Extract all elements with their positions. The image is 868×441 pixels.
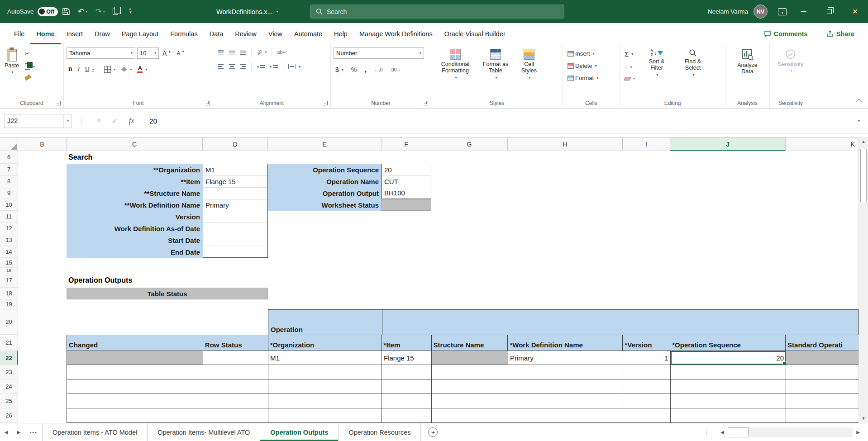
cancel-entry-icon[interactable]: × xyxy=(91,117,106,125)
sheet-nav-left-icon[interactable]: ◀ xyxy=(0,423,13,441)
empty-cell[interactable] xyxy=(508,365,623,379)
tab-automate[interactable]: Automate xyxy=(288,23,328,44)
worksheet-status-cell[interactable] xyxy=(382,199,431,211)
minimize-button[interactable]: ─ xyxy=(791,0,816,23)
empty-cell[interactable] xyxy=(382,379,432,394)
close-button[interactable]: × xyxy=(842,0,868,23)
empty-cell[interactable] xyxy=(268,379,382,394)
cell-version-value[interactable] xyxy=(203,211,267,223)
row-header-18[interactable]: 18 xyxy=(0,288,18,299)
column-header-j[interactable]: J xyxy=(670,138,786,151)
increase-indent-button[interactable]: ▸ xyxy=(268,63,280,70)
sheet-nav-right-icon[interactable]: ▶ xyxy=(13,423,25,441)
column-header-b[interactable]: B xyxy=(18,138,67,151)
empty-cell[interactable] xyxy=(786,365,858,379)
cell-organization-value[interactable]: M1 xyxy=(203,164,267,176)
empty-cell[interactable] xyxy=(432,365,508,379)
increase-font-button[interactable]: A▲ xyxy=(161,49,173,58)
row-header-22[interactable]: 22 xyxy=(0,351,18,365)
select-all-corner[interactable] xyxy=(0,138,18,151)
user-name[interactable]: Neelam Varma xyxy=(708,8,748,15)
empty-cell[interactable] xyxy=(623,365,671,379)
align-center-button[interactable] xyxy=(227,63,237,70)
font-name-select[interactable]: Tahoma▾ xyxy=(67,47,135,59)
column-header-h[interactable]: H xyxy=(508,138,623,151)
sheet-tab-operation-outputs[interactable]: Operation Outputs xyxy=(260,423,339,441)
hscroll-right-icon[interactable]: ▶ xyxy=(853,423,863,441)
tabbar-splitter-icon[interactable]: ⋮ xyxy=(704,429,710,436)
sheet-tab-operation-items-ato-model[interactable]: Operation Items - ATO Model xyxy=(42,423,148,441)
merge-center-button[interactable]: ▾ xyxy=(286,63,302,70)
empty-cell[interactable] xyxy=(268,365,382,379)
format-cells-button[interactable]: Format▾ xyxy=(566,74,617,82)
orientation-button[interactable]: ab▾ xyxy=(255,48,268,56)
formula-bar-splitter-icon[interactable]: ⋮ xyxy=(78,117,85,125)
clear-button[interactable]: ▾ xyxy=(623,76,637,81)
empty-cell[interactable] xyxy=(671,408,786,422)
quick-access-copy-button[interactable]: ▾ xyxy=(109,0,125,23)
format-as-table-button[interactable]: Format as Table ▾ xyxy=(477,47,514,97)
font-dialog-launcher-icon[interactable] xyxy=(205,101,210,105)
italic-button[interactable]: I xyxy=(76,65,81,74)
cell-operation-sequence-value[interactable]: 20 xyxy=(382,164,431,176)
row-header-6[interactable]: 6 xyxy=(0,151,18,164)
empty-cell[interactable] xyxy=(623,394,671,408)
tab-formulas[interactable]: Formulas xyxy=(164,23,203,44)
tab-home[interactable]: Home xyxy=(30,23,60,44)
hscroll-track[interactable] xyxy=(749,427,853,437)
customize-quick-access-button[interactable]: ▾ xyxy=(125,0,136,23)
cut-button[interactable]: ✂ xyxy=(23,49,37,58)
borders-button[interactable]: ▾ xyxy=(102,65,117,74)
scroll-up-icon[interactable]: ▲ xyxy=(859,139,868,144)
sheet-tab-operation-resources[interactable]: Operation Resources xyxy=(339,423,421,441)
tab-draw[interactable]: Draw xyxy=(89,23,116,44)
middle-align-button[interactable] xyxy=(227,49,237,56)
row-header-17[interactable]: 17 xyxy=(0,273,18,288)
row-header-9[interactable]: 9 xyxy=(0,187,18,199)
row-header-25[interactable]: 25 xyxy=(0,394,18,408)
decrease-decimal-button[interactable]: .00→ xyxy=(388,66,403,73)
bottom-align-button[interactable] xyxy=(238,49,248,56)
format-painter-button[interactable] xyxy=(23,75,37,80)
cell-version[interactable]: 1 xyxy=(623,351,671,365)
percent-style-button[interactable]: % xyxy=(349,65,358,74)
empty-cell[interactable] xyxy=(203,394,268,408)
empty-cell[interactable] xyxy=(671,394,786,408)
vscroll-thumb[interactable] xyxy=(860,149,867,202)
undo-button[interactable]: ↶▾ xyxy=(74,0,91,23)
cell-structure-name-value[interactable] xyxy=(203,188,267,199)
insert-function-icon[interactable]: fx xyxy=(124,117,140,125)
formula-bar-expand-icon[interactable]: ▾ xyxy=(858,119,860,123)
clipboard-dialog-launcher-icon[interactable] xyxy=(56,101,61,105)
underline-button[interactable]: U▾ xyxy=(83,65,95,74)
copy-button[interactable]: ▾ xyxy=(23,62,37,71)
empty-cell[interactable] xyxy=(508,394,623,408)
cell-start-date-value[interactable] xyxy=(203,234,267,246)
analyze-data-button[interactable]: Analyze Data xyxy=(728,47,767,76)
empty-cell[interactable] xyxy=(382,394,432,408)
share-button[interactable]: Share xyxy=(822,28,859,40)
decrease-font-button[interactable]: A▼ xyxy=(175,49,186,57)
cell-item-value[interactable]: Flange 15 xyxy=(203,176,267,188)
empty-cell[interactable] xyxy=(432,394,508,408)
save-button[interactable] xyxy=(58,0,74,23)
empty-cell[interactable] xyxy=(268,408,382,422)
tab-file[interactable]: File xyxy=(8,23,30,44)
empty-cell[interactable] xyxy=(382,408,432,422)
column-header-c[interactable]: C xyxy=(67,138,203,151)
ribbon-display-options-button[interactable]: ▾ xyxy=(774,0,791,23)
empty-cell[interactable] xyxy=(268,394,382,408)
row-header-14[interactable]: 14 xyxy=(0,246,18,258)
number-format-select[interactable]: Number▾ xyxy=(334,47,424,59)
empty-cell[interactable] xyxy=(623,408,671,422)
align-right-button[interactable] xyxy=(238,63,248,70)
tab-manage-work-definitions[interactable]: Manage Work Definitions xyxy=(353,23,439,44)
avatar[interactable]: NV xyxy=(754,5,768,19)
sheet-canvas[interactable]: Search **Organization **Item **Structure… xyxy=(18,151,858,423)
row-header-21[interactable]: 21 xyxy=(0,335,18,351)
hscroll-thumb[interactable] xyxy=(728,427,749,437)
active-cell-j22[interactable]: 20 xyxy=(671,351,786,365)
number-dialog-launcher-icon[interactable] xyxy=(424,101,428,105)
empty-cell[interactable] xyxy=(671,379,786,394)
column-header-g[interactable]: G xyxy=(431,138,508,151)
